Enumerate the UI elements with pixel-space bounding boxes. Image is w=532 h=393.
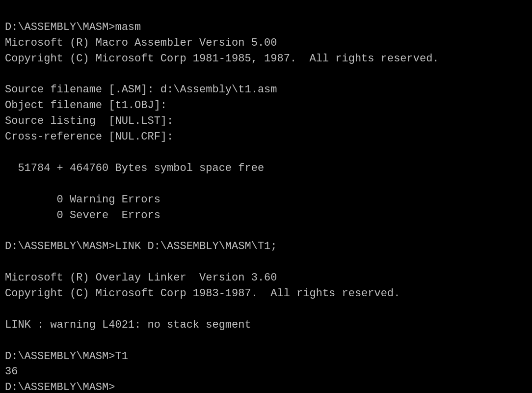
terminal-line-output: 36 — [5, 364, 527, 380]
terminal-line-masm-title: Microsoft (R) Macro Assembler Version 5.… — [5, 35, 527, 51]
terminal-line-cmd4: D:\ASSEMBLY\MASM> — [5, 380, 527, 393]
blank-line-blank5 — [5, 254, 527, 270]
terminal-line-link-warning: LINK : warning L4021: no stack segment — [5, 317, 527, 333]
terminal-line-cmd3: D:\ASSEMBLY\MASM>T1 — [5, 349, 527, 365]
blank-line-blank1 — [5, 67, 527, 83]
blank-line-blank3 — [5, 176, 527, 192]
terminal-line-bytes-free: 51784 + 464760 Bytes symbol space free — [5, 161, 527, 176]
blank-line-blank7 — [5, 333, 527, 349]
terminal-line-severe-errors: 0 Severe Errors — [5, 208, 527, 224]
terminal-line-object-filename: Object filename [t1.OBJ]: — [5, 98, 527, 113]
terminal-line-cmd2: D:\ASSEMBLY\MASM>LINK D:\ASSEMBLY\MASM\T… — [5, 239, 527, 254]
terminal-line-source-listing: Source listing [NUL.LST]: — [5, 113, 527, 129]
terminal-line-linker-title: Microsoft (R) Overlay Linker Version 3.6… — [5, 270, 527, 286]
terminal-line-warning-errors: 0 Warning Errors — [5, 192, 527, 208]
terminal-line-source-filename: Source filename [.ASM]: d:\Assembly\t1.a… — [5, 82, 527, 98]
terminal-line-linker-copyright: Copyright (C) Microsoft Corp 1983-1987. … — [5, 286, 527, 302]
terminal-line-cross-reference: Cross-reference [NUL.CRF]: — [5, 129, 527, 145]
blank-line-blank4 — [5, 223, 527, 239]
terminal-window: D:\ASSEMBLY\MASM>masmMicrosoft (R) Macro… — [5, 4, 527, 393]
terminal-line-cmd1: D:\ASSEMBLY\MASM>masm — [5, 20, 527, 35]
blank-line-blank6 — [5, 302, 527, 317]
terminal-line-masm-copyright: Copyright (C) Microsoft Corp 1981-1985, … — [5, 51, 527, 67]
blank-line-blank2 — [5, 145, 527, 161]
